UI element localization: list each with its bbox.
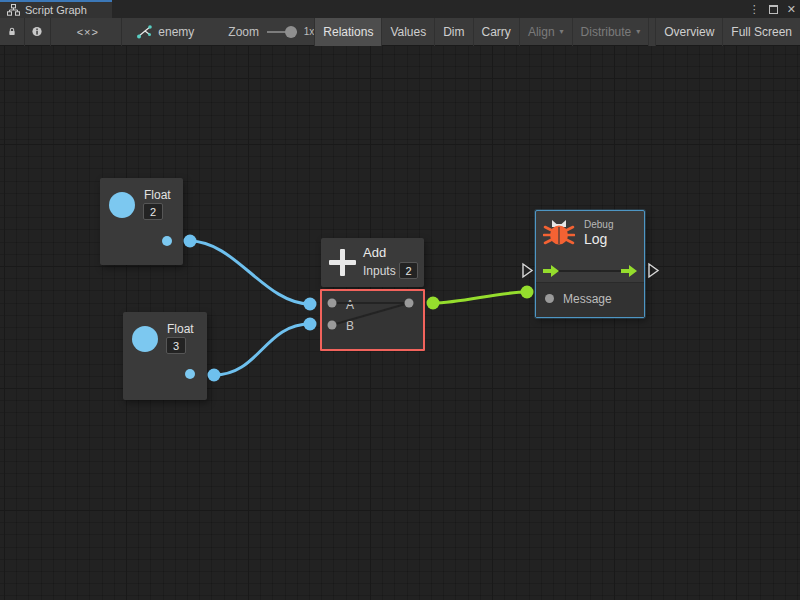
add-node-header[interactable]: Add Inputs 2 [321, 238, 424, 287]
node-title: Add [363, 245, 386, 260]
code-view-button[interactable]: <×> [69, 18, 107, 46]
toolbar-group-gap [648, 18, 655, 46]
float-node-2[interactable]: Float 3 [123, 312, 207, 400]
fullscreen-button[interactable]: Full Screen [722, 18, 800, 46]
zoom-slider[interactable] [267, 26, 297, 38]
lock-button[interactable] [0, 18, 24, 46]
node-subtitle: Debug [584, 219, 613, 230]
zoom-label: Zoom [228, 25, 259, 39]
overview-button[interactable]: Overview [655, 18, 722, 46]
node-title: Float [144, 188, 171, 202]
message-label: Message [563, 292, 612, 306]
float-type-icon [132, 326, 158, 352]
graph-hierarchy-icon [7, 4, 20, 16]
title-bar: Script Graph ⋮ ✕ [0, 0, 800, 18]
debug-log-node[interactable]: Debug Log Message [535, 210, 645, 318]
float-output-port[interactable] [185, 369, 195, 379]
message-input-port[interactable] [545, 294, 554, 303]
dim-button[interactable]: Dim [434, 18, 472, 46]
info-button[interactable] [24, 18, 50, 46]
carry-button[interactable]: Carry [473, 18, 519, 46]
graph-name: enemy [158, 25, 194, 39]
tab-title: Script Graph [25, 4, 87, 16]
close-icon[interactable]: ✕ [787, 4, 796, 15]
toolbar-button-group: Relations Values Dim Carry Align ▾ Distr… [314, 18, 800, 46]
node-title: Float [167, 322, 194, 336]
distribute-dropdown[interactable]: Distribute ▾ [572, 18, 649, 46]
float-value-field[interactable]: 2 [143, 203, 163, 220]
align-label: Align [528, 25, 555, 39]
lock-icon [8, 25, 16, 38]
chevron-down-icon: ▾ [560, 27, 564, 36]
message-row: Message [536, 282, 644, 317]
float-type-icon [109, 192, 135, 218]
relations-button[interactable]: Relations [314, 18, 381, 46]
graph-asset-icon [137, 25, 152, 39]
zoom-slider-thumb[interactable] [285, 26, 297, 38]
tab-script-graph[interactable]: Script Graph [0, 0, 112, 18]
add-node-body-selected[interactable]: A B [320, 289, 425, 351]
maximize-icon[interactable] [769, 5, 778, 14]
input-a-label: A [346, 298, 354, 312]
graph-toolbar: <×> enemy Zoom 1x Relations Values Dim C… [0, 18, 800, 46]
node-title: Log [584, 231, 607, 247]
input-b-label: B [346, 319, 354, 333]
float-output-port[interactable] [162, 236, 172, 246]
float-value-field[interactable]: 3 [166, 337, 186, 354]
align-dropdown[interactable]: Align ▾ [519, 18, 572, 46]
script-graph-window: Script Graph ⋮ ✕ <×> [0, 0, 800, 600]
chevron-down-icon: ▾ [636, 27, 640, 36]
bug-icon [543, 217, 575, 247]
values-button[interactable]: Values [381, 18, 434, 46]
inputs-label: Inputs [363, 264, 396, 278]
graph-reference[interactable]: enemy [121, 25, 194, 39]
inputs-count-field[interactable]: 2 [399, 262, 418, 279]
info-icon [32, 25, 42, 38]
add-icon [329, 249, 356, 276]
zoom-value: 1x [304, 26, 315, 37]
graph-canvas[interactable]: Float 2 Float 3 Add Inputs 2 A B [0, 46, 800, 600]
window-menu-icon[interactable]: ⋮ [749, 4, 760, 15]
distribute-label: Distribute [581, 25, 632, 39]
float-node-1[interactable]: Float 2 [100, 178, 183, 265]
